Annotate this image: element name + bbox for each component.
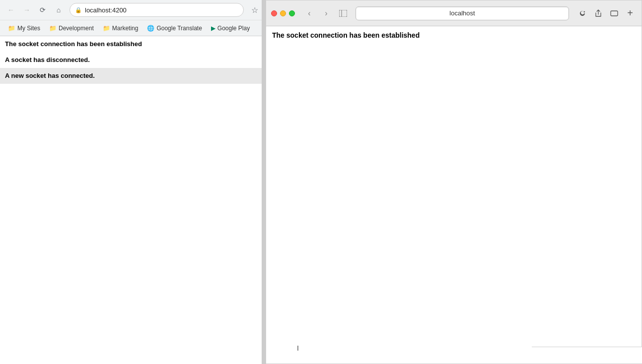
table-row: The socket connection has been establish… <box>0 36 266 52</box>
chrome-content: The socket connection has been establish… <box>0 36 266 364</box>
message-text: The socket connection has been establish… <box>5 40 142 48</box>
play-icon: ▶ <box>211 25 215 32</box>
safari-back-button[interactable]: ‹ <box>303 7 316 20</box>
table-row: A new socket has connected. <box>0 68 266 84</box>
safari-content: The socket connection has been establish… <box>266 26 642 364</box>
maximize-button[interactable] <box>289 10 295 16</box>
bookmark-development[interactable]: 📁 Development <box>45 24 98 33</box>
folder-icon: 📁 <box>103 25 110 32</box>
bookmark-my-sites[interactable]: 📁 My Sites <box>4 24 44 33</box>
svg-rect-2 <box>611 11 618 16</box>
safari-controls-row: ‹ › localhost <box>266 0 642 26</box>
close-button[interactable] <box>271 10 277 16</box>
translate-icon: 🌐 <box>147 25 154 32</box>
message-input-bar: Send <box>532 347 642 364</box>
safari-traffic-lights <box>271 10 295 16</box>
bookmark-marketing[interactable]: 📁 Marketing <box>99 24 143 33</box>
bookmark-label: Google Translate <box>156 25 202 32</box>
back-button[interactable]: ← <box>4 3 18 17</box>
chrome-address-text: localhost:4200 <box>85 6 127 14</box>
lock-icon: 🔒 <box>75 7 82 13</box>
bookmark-label: Google Play <box>217 25 250 32</box>
safari-action-buttons: + <box>576 7 637 20</box>
svg-rect-0 <box>339 10 347 17</box>
chrome-toolbar: ← → ⟳ ⌂ 🔒 localhost:4200 ☆ 📁 My Sites 📁 … <box>0 0 266 36</box>
safari-sidebar-button[interactable] <box>337 7 350 20</box>
chrome-bookmarks-bar: 📁 My Sites 📁 Development 📁 Marketing 🌐 G… <box>0 20 266 36</box>
safari-titlebar: ‹ › localhost <box>266 0 642 26</box>
bookmark-label: Marketing <box>112 25 139 32</box>
message-text: A socket has disconnected. <box>5 56 90 63</box>
vertical-divider <box>262 0 266 364</box>
folder-icon: 📁 <box>49 25 57 32</box>
bookmark-google-translate[interactable]: 🌐 Google Translate <box>143 24 206 33</box>
forward-button[interactable]: → <box>20 3 34 17</box>
message-list: The socket connection has been establish… <box>0 36 266 84</box>
safari-reload-button[interactable] <box>576 7 589 20</box>
home-button[interactable]: ⌂ <box>52 3 66 17</box>
safari-address-text: localhost <box>449 9 475 17</box>
table-row: A socket has disconnected. <box>0 52 266 68</box>
chrome-browser: ← → ⟳ ⌂ 🔒 localhost:4200 ☆ 📁 My Sites 📁 … <box>0 0 266 364</box>
minimize-button[interactable] <box>280 10 286 16</box>
reload-button[interactable]: ⟳ <box>36 3 50 17</box>
chrome-address-bar[interactable]: 🔒 localhost:4200 <box>70 3 244 17</box>
safari-tab-overview-button[interactable] <box>608 7 621 20</box>
bookmark-label: My Sites <box>17 25 40 32</box>
message-input[interactable] <box>532 347 642 364</box>
safari-address-bar[interactable]: localhost <box>356 6 569 20</box>
safari-message: The socket connection has been establish… <box>272 31 636 39</box>
safari-forward-button[interactable]: › <box>320 7 333 20</box>
safari-browser: ‹ › localhost <box>266 0 642 364</box>
chrome-nav-bar: ← → ⟳ ⌂ 🔒 localhost:4200 ☆ <box>0 0 266 20</box>
message-text: A new socket has connected. <box>5 72 95 79</box>
safari-new-tab-button[interactable]: + <box>624 7 637 20</box>
bookmark-google-play[interactable]: ▶ Google Play <box>207 24 254 33</box>
bookmark-label: Development <box>59 25 94 32</box>
safari-share-button[interactable] <box>592 7 605 20</box>
bookmark-star-button[interactable]: ☆ <box>248 3 262 17</box>
folder-icon: 📁 <box>8 25 15 32</box>
